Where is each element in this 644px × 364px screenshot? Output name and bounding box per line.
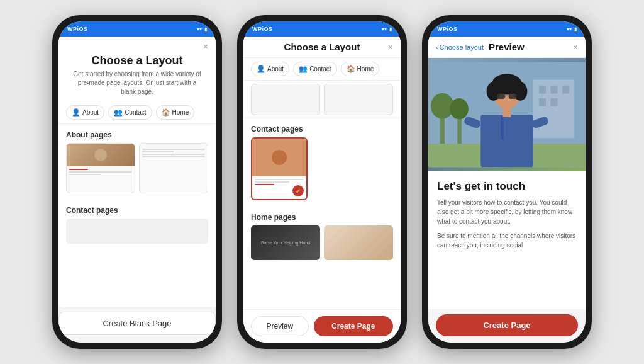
thumb-line-2c bbox=[142, 154, 205, 155]
section-contact-label-1: Contact pages bbox=[66, 200, 208, 219]
ct-line1 bbox=[255, 179, 304, 180]
home-thumb-light[interactable] bbox=[324, 225, 393, 260]
tab-home-label-1: Home bbox=[172, 109, 189, 116]
preview-button-2[interactable]: Preview bbox=[251, 316, 309, 336]
about-person-img bbox=[94, 149, 107, 161]
app-name-1: WPiOS bbox=[67, 26, 88, 32]
bottom-actions-2: Preview Create Page bbox=[243, 309, 401, 343]
selected-check: ✓ bbox=[292, 185, 304, 196]
about-emoji-1: 👤 bbox=[72, 108, 80, 117]
contact-section-label-2: Contact pages bbox=[251, 118, 393, 137]
home-thumb-dark[interactable]: Raise Your Helping Hand bbox=[251, 225, 320, 260]
create-page-button-2[interactable]: Create Page bbox=[314, 316, 393, 336]
phone2-title: Choose a Layout bbox=[251, 42, 393, 52]
scroll-area-1[interactable]: About pages bbox=[58, 124, 216, 307]
status-bar-3: WPiOS ▾▾ ▮ bbox=[428, 21, 586, 37]
about-thumb-1[interactable] bbox=[66, 143, 135, 193]
about-thumb-img-1 bbox=[67, 144, 135, 166]
create-page-button-3[interactable]: Create Page bbox=[436, 314, 578, 336]
wifi-icon-2: ▾▾ bbox=[382, 26, 387, 32]
about-placeholder-1 bbox=[251, 84, 320, 115]
app-name-2: WPiOS bbox=[252, 26, 273, 32]
close-button-2[interactable]: × bbox=[388, 42, 393, 52]
chevron-left-icon: ‹ bbox=[436, 43, 438, 51]
home-emoji-1: 🏠 bbox=[162, 108, 170, 117]
tab-contact-label-2: Contact bbox=[309, 65, 331, 72]
empty-about-section bbox=[243, 81, 401, 118]
thumb-line-red-1 bbox=[69, 169, 88, 170]
svg-point-20 bbox=[507, 76, 519, 90]
ct-line3 bbox=[255, 184, 274, 185]
thumb-line-short-1 bbox=[69, 174, 101, 175]
preview-body-2: Be sure to mention all the channels wher… bbox=[437, 231, 577, 250]
about-layout-grid-1 bbox=[66, 143, 208, 193]
create-blank-page-button-1[interactable]: Create Blank Page bbox=[58, 312, 216, 335]
svg-rect-6 bbox=[550, 98, 557, 106]
contact-emoji-1: 👥 bbox=[114, 108, 123, 117]
svg-point-10 bbox=[450, 98, 469, 119]
tab-contact-1[interactable]: 👥 Contact bbox=[108, 105, 152, 120]
preview-body-1: Tell your visitors how to contact you. Y… bbox=[437, 198, 577, 226]
tab-home-label-2: Home bbox=[357, 65, 374, 72]
battery-icon: ▮ bbox=[204, 26, 207, 32]
close-button-1[interactable]: × bbox=[203, 42, 208, 52]
wifi-icon: ▾▾ bbox=[197, 26, 202, 32]
contact-thumb-img bbox=[252, 139, 306, 176]
tab-about-label-2: About bbox=[267, 65, 284, 72]
about-thumb-lines-2 bbox=[140, 146, 208, 160]
svg-rect-3 bbox=[550, 86, 557, 94]
preview-title-3: Preview bbox=[489, 42, 525, 52]
svg-rect-13 bbox=[501, 116, 504, 139]
status-bar-2: WPiOS ▾▾ ▮ bbox=[243, 21, 401, 37]
battery-icon-3: ▮ bbox=[574, 26, 577, 32]
section-about-label-1: About pages bbox=[66, 124, 208, 143]
svg-rect-4 bbox=[562, 86, 569, 94]
tab-about-2[interactable]: 👤 About bbox=[251, 62, 289, 76]
hero-person-photo bbox=[428, 58, 586, 171]
tab-row-2: 👤 About 👥 Contact 🏠 Home bbox=[243, 58, 401, 81]
tab-home-1[interactable]: 🏠 Home bbox=[156, 105, 195, 120]
home-layout-grid: Raise Your Helping Hand bbox=[251, 225, 393, 260]
thumb-line-2b bbox=[142, 151, 174, 152]
contact-section-preview bbox=[66, 219, 208, 244]
thumb-line-2d bbox=[142, 156, 205, 157]
svg-rect-5 bbox=[539, 98, 546, 106]
phone-2: WPiOS ▾▾ ▮ Choose a Layout × 👤 About 👥 C… bbox=[237, 15, 407, 349]
about-thumb-2[interactable] bbox=[139, 143, 208, 193]
tab-about-label-1: About bbox=[82, 109, 99, 116]
back-button-3[interactable]: ‹ Choose layout bbox=[436, 43, 484, 51]
tab-contact-label-1: Contact bbox=[125, 109, 146, 116]
status-icons-1: ▾▾ ▮ bbox=[197, 26, 207, 32]
contact-empty-slot bbox=[311, 137, 393, 200]
phone-3: WPiOS ▾▾ ▮ ‹ Choose layout Preview × bbox=[422, 15, 592, 349]
thumb-line-1 bbox=[69, 171, 132, 173]
app-name-3: WPiOS bbox=[437, 26, 458, 32]
tab-contact-2[interactable]: 👥 Contact bbox=[293, 62, 336, 76]
svg-rect-21 bbox=[497, 94, 505, 99]
close-button-3[interactable]: × bbox=[573, 42, 578, 52]
svg-rect-12 bbox=[480, 115, 533, 167]
contact-person bbox=[272, 150, 287, 165]
modal-title-1: Choose a Layout bbox=[71, 54, 203, 67]
svg-rect-2 bbox=[539, 86, 546, 94]
about-placeholder-2 bbox=[324, 84, 393, 115]
tab-about-1[interactable]: 👤 About bbox=[66, 105, 104, 120]
home-section-label-2: Home pages bbox=[251, 207, 393, 225]
preview-hero-image bbox=[428, 58, 586, 171]
thumb-line-2a bbox=[142, 149, 205, 150]
contact-layout-grid-2: ✓ bbox=[251, 137, 393, 200]
scroll-area-2[interactable]: Contact pages ✓ H bbox=[243, 118, 401, 309]
preview-heading: Let's get in touch bbox=[437, 180, 577, 193]
ct-line2 bbox=[255, 181, 289, 183]
modal-header-1: × bbox=[58, 37, 216, 52]
status-icons-2: ▾▾ ▮ bbox=[382, 26, 392, 32]
status-icons-3: ▾▾ ▮ bbox=[567, 26, 577, 32]
contact-selected-layout[interactable]: ✓ bbox=[251, 137, 308, 200]
tab-home-2[interactable]: 🏠 Home bbox=[341, 62, 380, 76]
preview-text-area: Let's get in touch Tell your visitors ho… bbox=[428, 171, 586, 309]
wifi-icon-3: ▾▾ bbox=[567, 26, 572, 32]
battery-icon-2: ▮ bbox=[389, 26, 392, 32]
modal-subtitle-1: Get started by choosing from a wide vari… bbox=[71, 70, 203, 96]
tab-row-1: 👤 About 👥 Contact 🏠 Home bbox=[58, 101, 216, 124]
svg-rect-22 bbox=[509, 94, 517, 99]
